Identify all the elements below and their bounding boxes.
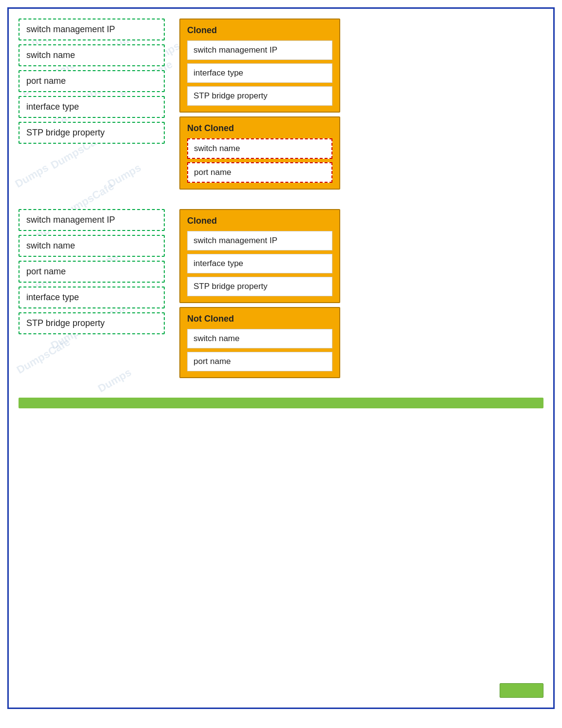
s2-left-item-5: STP bridge property [19,312,165,334]
s2-left-item-4: interface type [19,287,165,308]
s1-left-item-2: switch name [19,44,165,66]
s2-cloned-item-1: switch management IP [187,231,332,250]
section1-cloned-box: Cloned switch management IP interface ty… [179,19,340,113]
section2-cloned-box: Cloned switch management IP interface ty… [179,209,340,303]
section1-left-col: switch management IP switch name port na… [19,19,165,190]
s1-cloned-item-1: switch management IP [187,40,332,60]
section1-notcloned-box: Not Cloned switch name port name [179,116,340,190]
section2-notcloned-title: Not Cloned [187,314,332,324]
s2-cloned-item-3: STP bridge property [187,277,332,296]
section2-cloned-title: Cloned [187,216,332,226]
s1-left-item-3: port name [19,70,165,92]
bottom-right-button[interactable] [500,683,543,698]
section2-right-col: Cloned switch management IP interface ty… [179,209,340,378]
section-2: switch management IP switch name port na… [19,209,543,378]
green-bar [19,398,543,408]
s1-cloned-item-3: STP bridge property [187,86,332,106]
s2-notcloned-item-1: switch name [187,329,332,348]
section-1: switch management IP switch name port na… [19,19,543,190]
s2-left-item-1: switch management IP [19,209,165,231]
outer-border: DumpsCafe DumpsCafe DumpsCafe Dumps Dump… [7,7,555,709]
main-content: switch management IP switch name port na… [19,19,543,408]
s2-notcloned-item-2: port name [187,352,332,371]
s2-left-item-3: port name [19,261,165,283]
s1-left-item-4: interface type [19,96,165,118]
section1-cloned-title: Cloned [187,25,332,36]
section1-right-col: Cloned switch management IP interface ty… [179,19,340,190]
section2-notcloned-box: Not Cloned switch name port name [179,307,340,378]
section1-notcloned-title: Not Cloned [187,123,332,134]
s1-left-item-1: switch management IP [19,19,165,40]
s1-left-item-5: STP bridge property [19,122,165,144]
s2-left-item-2: switch name [19,235,165,257]
section2-left-col: switch management IP switch name port na… [19,209,165,378]
s1-cloned-item-2: interface type [187,63,332,83]
s1-notcloned-item-1: switch name [187,138,332,159]
s1-notcloned-item-2: port name [187,162,332,183]
s2-cloned-item-2: interface type [187,254,332,273]
